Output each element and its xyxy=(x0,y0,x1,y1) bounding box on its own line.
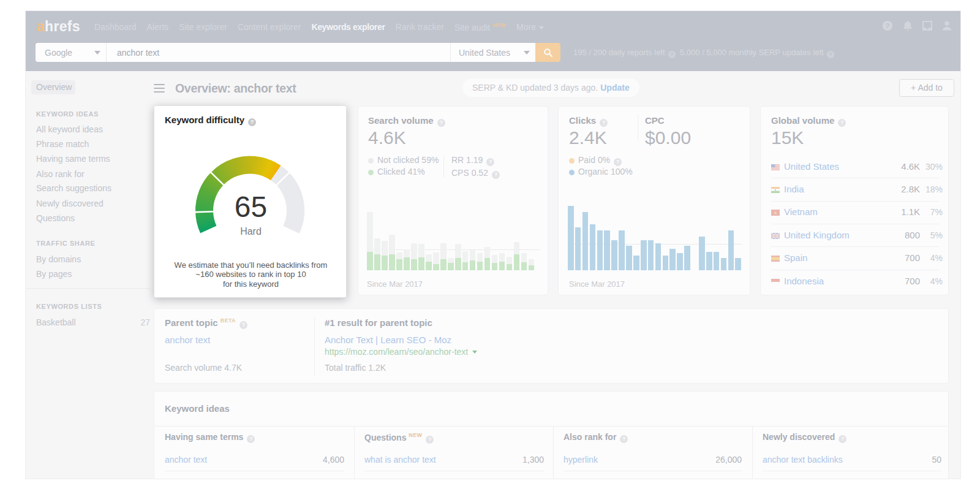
svg-text:?: ? xyxy=(886,22,890,29)
